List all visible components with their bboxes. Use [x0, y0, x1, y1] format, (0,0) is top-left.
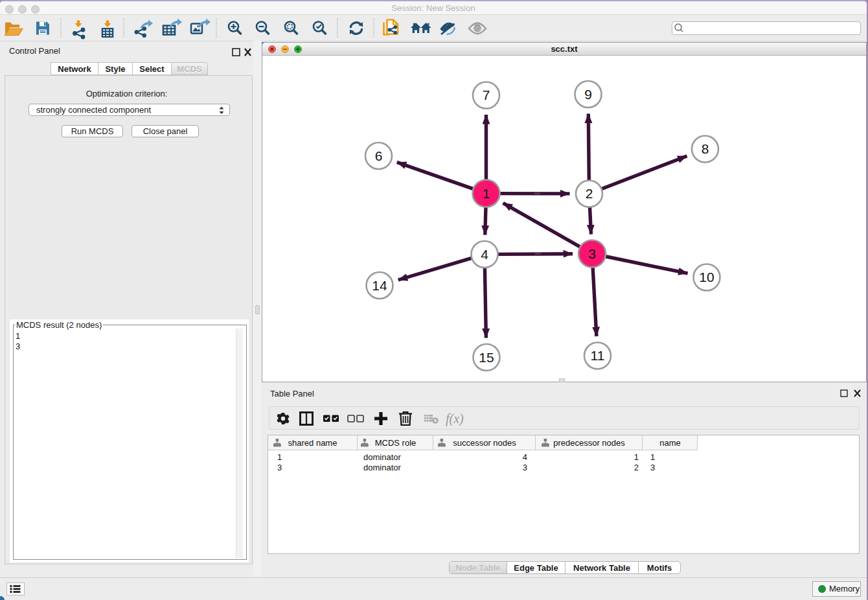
svg-text:9: 9: [584, 87, 592, 102]
svg-text:4: 4: [481, 247, 488, 262]
svg-text:14: 14: [372, 278, 387, 293]
svg-text:15: 15: [479, 350, 494, 365]
svg-text:10: 10: [699, 270, 714, 284]
svg-text:8: 8: [702, 141, 709, 156]
svg-text:6: 6: [375, 148, 383, 163]
svg-text:f(x): f(x): [446, 411, 464, 426]
svg-text:1: 1: [483, 186, 490, 201]
svg-text:11: 11: [591, 348, 605, 363]
svg-text:7: 7: [483, 87, 490, 102]
svg-text:3: 3: [588, 246, 596, 261]
svg-text:2: 2: [586, 186, 593, 201]
